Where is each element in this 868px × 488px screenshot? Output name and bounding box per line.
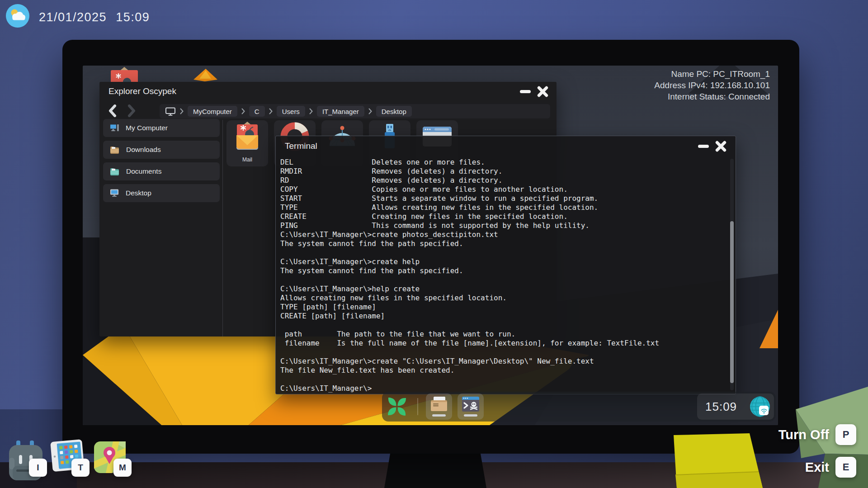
chevron-right-icon — [241, 108, 245, 114]
key-badge-m[interactable]: M — [113, 459, 132, 477]
running-indicator — [464, 414, 477, 417]
terminal-close-button[interactable] — [712, 136, 729, 156]
hud-datetime: 21/01/2025 15:09 — [5, 4, 150, 31]
taskbar-clock: 15:09 — [705, 400, 737, 414]
sidebar-item-documents[interactable]: Documents — [103, 162, 220, 180]
sidebar-label: Downloads — [126, 146, 161, 154]
folder-downloads-icon — [109, 145, 120, 155]
folder-files-icon — [429, 396, 448, 413]
close-icon — [715, 140, 727, 152]
explorer-title: Explorer Oscypek — [99, 86, 176, 96]
forward-button[interactable] — [124, 103, 139, 118]
computer-icon — [109, 123, 119, 133]
key-badge-e: E — [835, 457, 856, 478]
chevron-right-icon — [309, 108, 313, 114]
breadcrumb-c-drive[interactable]: C — [249, 106, 265, 117]
running-indicator — [432, 414, 446, 417]
terminal-title: Terminal — [276, 141, 317, 151]
desktop-monitor-icon — [109, 188, 119, 198]
taskbar-app-terminal[interactable] — [458, 393, 484, 420]
game-room-scene: 21/01/2025 15:09 — [0, 0, 868, 488]
terminal-scrollbar-thumb[interactable] — [730, 221, 734, 383]
sidebar-item-desktop[interactable]: Desktop — [103, 184, 220, 202]
explorer-titlebar[interactable]: Explorer Oscypek — [99, 82, 557, 101]
taskbar-clock-panel: 15:09 — [697, 393, 774, 420]
chevron-right-icon — [180, 108, 184, 114]
breadcrumb-desktop[interactable]: Desktop — [376, 106, 412, 117]
monitor-stand — [384, 452, 486, 488]
hud-time: 15:09 — [116, 10, 150, 24]
pc-ip: Address IPv4: 192.168.10.101 — [654, 80, 770, 91]
explorer-navbar: MyComputer C Users IT_Manager Desktop — [99, 101, 557, 121]
key-badge-p: P — [835, 424, 856, 445]
terminal-window: Terminal DEL Deletes one or more files. … — [275, 136, 736, 394]
exit-action[interactable]: Exit E — [805, 457, 856, 478]
exit-label: Exit — [805, 460, 829, 475]
internet-status-icon[interactable] — [750, 396, 770, 417]
file-mail[interactable]: Mail — [226, 120, 268, 166]
sidebar-label: My Computer — [126, 124, 168, 132]
chevron-right-icon — [269, 108, 273, 114]
sidebar-label: Documents — [126, 167, 161, 175]
breadcrumb-mycomputer[interactable]: MyComputer — [188, 106, 237, 117]
turn-off-action[interactable]: Turn Off P — [778, 424, 856, 445]
back-arrow-icon — [108, 104, 117, 117]
forward-arrow-icon — [127, 104, 136, 117]
turn-off-label: Turn Off — [778, 427, 829, 442]
terminal-output[interactable]: DEL Deletes one or more files. RMDIR Rem… — [280, 158, 659, 393]
taskbar-divider — [417, 398, 418, 415]
explorer-close-button[interactable] — [534, 82, 551, 101]
key-badge-i[interactable]: I — [29, 459, 47, 477]
taskbar-app-files[interactable] — [426, 393, 452, 420]
chevron-right-icon — [368, 108, 372, 114]
green-clover-logo-icon — [387, 396, 407, 417]
yellow-notepad — [669, 430, 769, 488]
folder-documents-icon — [109, 166, 120, 176]
close-icon — [537, 85, 549, 98]
breadcrumb-it-manager[interactable]: IT_Manager — [317, 106, 364, 117]
computer-breadcrumb-icon — [165, 107, 176, 116]
monitor-screen: Name PC: PC_ITRoom_1 Address IPv4: 192.1… — [83, 66, 778, 425]
pc-info-panel: Name PC: PC_ITRoom_1 Address IPv4: 192.1… — [654, 68, 770, 102]
terminal-titlebar[interactable]: Terminal — [276, 136, 736, 156]
address-bar[interactable]: MyComputer C Users IT_Manager Desktop — [160, 104, 550, 118]
breadcrumb-users[interactable]: Users — [277, 106, 305, 117]
pc-internet-status: Internet Status: Connected — [654, 91, 770, 102]
key-badge-t[interactable]: T — [71, 459, 90, 477]
start-logo[interactable] — [387, 396, 407, 419]
explorer-minimize-button[interactable] — [517, 82, 533, 101]
weather-icon — [5, 4, 30, 31]
hacker-terminal-icon — [461, 396, 480, 413]
hud-date: 21/01/2025 — [39, 10, 107, 24]
back-button[interactable] — [105, 103, 120, 118]
sidebar-item-my-computer[interactable]: My Computer — [103, 119, 220, 137]
terminal-minimize-button[interactable] — [695, 136, 712, 156]
file-label: Mail — [242, 156, 252, 163]
sidebar-label: Desktop — [126, 189, 151, 197]
sidebar-divider — [222, 120, 223, 336]
wifi-badge-icon — [759, 406, 769, 415]
taskbar: 15:09 — [382, 392, 776, 422]
mail-bomb-icon — [231, 120, 264, 156]
sidebar-item-downloads[interactable]: Downloads — [103, 141, 220, 159]
pc-name: Name PC: PC_ITRoom_1 — [654, 68, 770, 80]
